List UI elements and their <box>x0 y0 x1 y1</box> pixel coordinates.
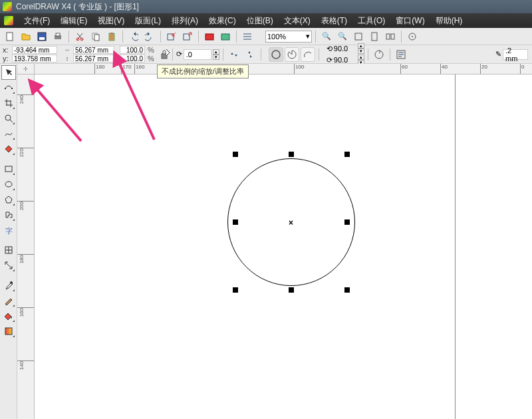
undo-button[interactable] <box>126 29 141 44</box>
fill-tool[interactable] <box>1 309 16 323</box>
welcome-button[interactable] <box>218 29 233 44</box>
smart-fill-tool[interactable] <box>1 142 16 156</box>
svg-rect-0 <box>7 33 13 41</box>
redo-button[interactable] <box>142 29 157 44</box>
ellipse-tool[interactable] <box>1 177 16 192</box>
menu-edit[interactable]: 编辑(E) <box>57 14 91 28</box>
menu-file[interactable]: 文件(F) <box>20 14 54 28</box>
export-button[interactable] <box>180 29 195 44</box>
freehand-tool[interactable] <box>1 126 16 141</box>
interactive-fill-tool[interactable] <box>1 324 16 339</box>
svg-rect-25 <box>5 88 6 89</box>
separator <box>160 31 161 43</box>
selection-handle-se[interactable] <box>344 287 350 293</box>
import-button[interactable] <box>164 29 179 44</box>
selection-handle-nw[interactable] <box>233 152 238 157</box>
zoom-select[interactable]: 100% ▾ <box>265 31 312 43</box>
table-tool[interactable] <box>1 243 16 257</box>
vertical-ruler[interactable]: 240220200180160140 <box>17 74 35 419</box>
rotation-spinner[interactable]: ▲▼ <box>213 49 219 60</box>
x-input[interactable]: -93.464 mm <box>12 46 57 54</box>
zoom-in-button[interactable]: 🔍 <box>319 29 334 44</box>
menu-table[interactable]: 表格(T) <box>317 14 351 28</box>
wrap-text-button[interactable] <box>394 47 408 62</box>
direction-button[interactable] <box>372 47 386 62</box>
selection-handle-e[interactable] <box>344 219 350 225</box>
svg-rect-9 <box>109 33 114 41</box>
rectangle-tool[interactable] <box>1 162 16 176</box>
scale-y-input[interactable]: 100.0 <box>120 55 145 63</box>
svg-rect-10 <box>110 33 113 34</box>
selection-handle-ne[interactable] <box>344 152 350 157</box>
selection-handle-sw[interactable] <box>233 287 238 293</box>
svg-rect-4 <box>56 33 60 36</box>
menu-tools[interactable]: 工具(O) <box>354 14 389 28</box>
canvas-area: ⊹ 180170160140100604020020 2402202001801… <box>17 64 532 419</box>
outline-tool[interactable] <box>1 293 16 308</box>
dimension-tool[interactable] <box>1 258 16 273</box>
paste-button[interactable] <box>104 29 119 44</box>
menu-help[interactable]: 帮助(H) <box>432 14 467 28</box>
drawing-canvas[interactable]: × <box>35 74 532 419</box>
shape-tool[interactable] <box>1 80 16 95</box>
pick-tool[interactable] <box>1 65 16 80</box>
lock-ratio-button[interactable]: 不成比例的缩放/调整比率 <box>160 47 169 62</box>
svg-point-27 <box>5 115 11 120</box>
svg-rect-33 <box>5 328 12 335</box>
zoom-all-button[interactable] <box>383 29 398 44</box>
save-button[interactable] <box>35 29 49 44</box>
copy-button[interactable] <box>88 29 103 44</box>
options-button[interactable] <box>240 29 255 44</box>
menu-window[interactable]: 窗口(W) <box>392 14 428 28</box>
menu-view[interactable]: 视图(V) <box>94 14 128 28</box>
selection-center-icon[interactable]: × <box>289 218 293 227</box>
print-button[interactable] <box>51 29 65 44</box>
horizontal-ruler[interactable]: 180170160140100604020020 <box>35 64 532 74</box>
scale-x-input[interactable]: 100.0 <box>120 46 145 54</box>
text-tool[interactable]: 字 <box>1 223 16 237</box>
spinner[interactable]: ▲▼ <box>358 43 364 54</box>
menu-effects[interactable]: 效果(C) <box>205 14 240 28</box>
polygon-tool[interactable] <box>1 192 16 207</box>
y-input[interactable]: 193.758 mm <box>12 55 57 63</box>
selection-handle-s[interactable] <box>289 287 294 293</box>
mirror-h-button[interactable] <box>227 47 241 62</box>
zoom-fit-button[interactable] <box>351 29 366 44</box>
menu-arrange[interactable]: 排列(A) <box>168 14 202 28</box>
height-input[interactable]: 56.267 mm <box>73 55 114 63</box>
zoom-page-button[interactable] <box>367 29 382 44</box>
zoom-tool[interactable] <box>1 111 16 126</box>
ellipse-button[interactable] <box>269 47 283 62</box>
ruler-origin[interactable]: ⊹ <box>17 64 35 74</box>
svg-rect-14 <box>221 34 229 40</box>
arc-button[interactable] <box>301 47 315 62</box>
rotation-input[interactable]: .0 <box>184 49 211 60</box>
svg-rect-11 <box>168 34 174 40</box>
crop-tool[interactable] <box>1 96 16 110</box>
cut-button[interactable] <box>72 29 87 44</box>
width-input[interactable]: 56.267 mm <box>73 46 114 54</box>
mirror-v-button[interactable] <box>243 47 257 62</box>
outline-width-input[interactable]: .2 mm <box>503 49 528 60</box>
pie-button[interactable] <box>285 47 299 62</box>
menu-layout[interactable]: 版面(L) <box>131 14 165 28</box>
pen-icon: ✎ <box>495 50 501 59</box>
app-launcher-button[interactable] <box>202 29 217 44</box>
new-button[interactable] <box>3 29 17 44</box>
zoom-value: 100% <box>267 33 286 41</box>
open-button[interactable] <box>19 29 33 44</box>
zoom-out-button[interactable]: 🔍 <box>335 29 350 44</box>
basic-shapes-tool[interactable] <box>1 208 16 222</box>
menu-text[interactable]: 文本(X) <box>280 14 315 28</box>
end-angle-input[interactable]: 90.0 <box>334 56 356 64</box>
shape-buttons <box>269 47 315 62</box>
svg-rect-28 <box>5 166 12 172</box>
selection-handle-w[interactable] <box>233 219 238 225</box>
selection-handle-n[interactable] <box>289 152 294 157</box>
separator <box>122 31 123 43</box>
eyedropper-tool[interactable] <box>1 278 16 293</box>
start-angle-input[interactable]: 90.0 <box>334 45 356 53</box>
svg-rect-16 <box>372 33 377 41</box>
menu-bitmaps[interactable]: 位图(B) <box>243 14 277 28</box>
snap-button[interactable] <box>405 29 420 44</box>
